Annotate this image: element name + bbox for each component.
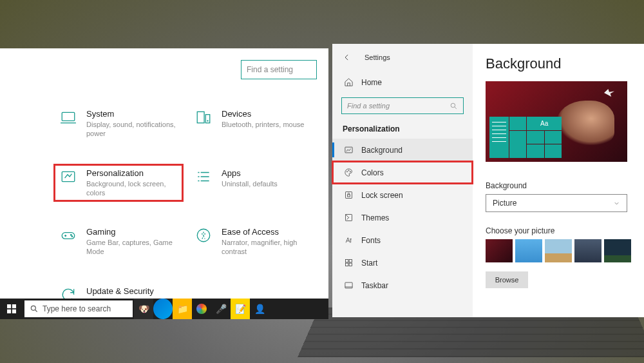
svg-rect-9 (7, 304, 11, 308)
svg-point-17 (348, 170, 349, 171)
personalization-window: Settings Home Find a setting Personaliza… (332, 44, 644, 317)
svg-point-18 (350, 172, 350, 172)
home-icon (344, 77, 354, 87)
taskbar-icon (344, 280, 354, 290)
sidebar-item-themes[interactable]: Themes (332, 206, 473, 229)
svg-rect-20 (348, 195, 350, 197)
category-title: Gaming (86, 227, 176, 237)
taskbar-app-icon[interactable] (153, 299, 173, 319)
picture-thumbnail[interactable] (604, 239, 631, 262)
background-type-dropdown[interactable]: Picture (486, 194, 627, 212)
devices-icon (194, 109, 213, 126)
sidebar-home[interactable]: Home (332, 71, 473, 93)
taskbar-app-icon[interactable]: 📁 (173, 299, 192, 319)
picture-thumbnail[interactable] (574, 239, 601, 262)
svg-rect-15 (345, 147, 352, 153)
category-desc: Bluetooth, printers, mouse (222, 120, 304, 129)
settings-categories-grid: System Display, sound, notifications, po… (54, 105, 318, 319)
back-button[interactable] (341, 52, 353, 63)
taskbar-app-icon[interactable] (192, 299, 211, 319)
sidebar-item-label: Themes (361, 213, 389, 222)
sidebar-item-start[interactable]: Start (332, 251, 473, 274)
picture-thumbnail[interactable] (515, 239, 542, 262)
svg-rect-10 (12, 304, 16, 308)
sidebar-item-background[interactable]: Background (332, 139, 473, 161)
taskbar-search-input[interactable]: Type here to search (24, 300, 133, 317)
search-icon (30, 304, 39, 313)
sidebar-item-label: Start (361, 259, 377, 268)
sidebar-item-label: Lock screen (361, 191, 403, 200)
taskbar-search-placeholder: Type here to search (43, 304, 111, 313)
svg-point-6 (71, 235, 72, 236)
category-title: System (86, 109, 176, 119)
search-icon (450, 102, 458, 110)
window-title: Settings (365, 54, 390, 61)
category-desc: Display, sound, notifications, power (86, 120, 176, 139)
accessibility-icon (194, 227, 213, 244)
list-icon (194, 168, 213, 185)
taskbar-app-icon[interactable]: 👤 (250, 299, 269, 319)
sample-tile-text: Aa (527, 117, 562, 130)
page-title: Background (486, 55, 631, 72)
background-preview: Aa (486, 81, 627, 162)
svg-rect-22 (346, 260, 348, 262)
category-title: Ease of Access (222, 227, 312, 237)
sidebar-item-colors[interactable]: Colors (332, 161, 473, 184)
picture-thumbnail[interactable] (545, 239, 572, 262)
svg-rect-25 (349, 263, 352, 266)
taskbar-tray: 🐶 📁 🎤 📝 👤 (134, 299, 269, 319)
svg-point-3 (207, 121, 208, 121)
taskbar: Type here to search 🐶 📁 🎤 📝 👤 (0, 299, 328, 319)
palette-icon (344, 168, 354, 177)
svg-rect-1 (197, 112, 204, 123)
category-ease-of-access[interactable]: Ease of Access Narrator, magnifier, high… (189, 223, 318, 260)
sidebar-item-label: Colors (361, 168, 384, 177)
dropdown-value: Picture (493, 199, 516, 208)
svg-rect-24 (346, 263, 348, 266)
sidebar-search-placeholder: Find a setting (347, 102, 390, 110)
themes-icon (344, 213, 354, 222)
sidebar-item-fonts[interactable]: Fonts (332, 229, 473, 251)
taskbar-app-icon[interactable]: 📝 (231, 299, 250, 319)
sidebar-item-lock-screen[interactable]: Lock screen (332, 184, 473, 206)
sidebar-section-label: Personalization (332, 122, 473, 139)
category-desc: Background, lock screen, colors (86, 179, 176, 198)
svg-rect-11 (7, 309, 11, 313)
settings-sidebar: Settings Home Find a setting Personaliza… (332, 44, 473, 317)
settings-search-input[interactable]: Find a setting (241, 60, 317, 79)
lock-screen-icon (344, 190, 354, 200)
category-apps[interactable]: Apps Uninstall, defaults (189, 164, 318, 202)
choose-picture-label: Choose your picture (486, 226, 631, 235)
sidebar-item-label: Fonts (361, 236, 381, 245)
category-personalization[interactable]: Personalization Background, lock screen,… (54, 164, 183, 202)
category-desc: Uninstall, defaults (222, 179, 278, 188)
svg-rect-2 (205, 115, 210, 123)
sidebar-item-label: Taskbar (361, 281, 388, 290)
picture-icon (344, 145, 354, 155)
background-field-label: Background (486, 181, 631, 190)
settings-main-window: Find a setting System Display, sound, no… (0, 48, 328, 319)
chevron-down-icon (613, 200, 620, 207)
category-title: Apps (222, 168, 278, 178)
category-devices[interactable]: Devices Bluetooth, printers, mouse (189, 105, 318, 142)
taskbar-app-icon[interactable]: 🎤 (211, 299, 231, 319)
category-desc: Game Bar, captures, Game Mode (86, 238, 176, 257)
category-gaming[interactable]: Gaming Game Bar, captures, Game Mode (54, 223, 183, 260)
sidebar-search-input[interactable]: Find a setting (341, 97, 464, 114)
picture-thumbnail[interactable] (486, 239, 513, 262)
paintbrush-icon (59, 168, 77, 185)
svg-point-14 (451, 103, 455, 108)
sidebar-item-label: Background (361, 146, 402, 155)
fonts-icon (344, 235, 354, 245)
svg-rect-4 (62, 172, 75, 181)
start-icon (344, 258, 354, 268)
category-title: Update & Security (86, 286, 176, 296)
browse-button[interactable]: Browse (486, 271, 528, 288)
taskbar-app-icon[interactable]: 🐶 (134, 299, 153, 319)
sidebar-item-taskbar[interactable]: Taskbar (332, 274, 473, 297)
svg-point-7 (71, 236, 73, 237)
svg-rect-23 (349, 260, 352, 262)
category-title: Personalization (86, 168, 176, 178)
start-button[interactable] (0, 299, 23, 319)
category-system[interactable]: System Display, sound, notifications, po… (54, 105, 183, 142)
